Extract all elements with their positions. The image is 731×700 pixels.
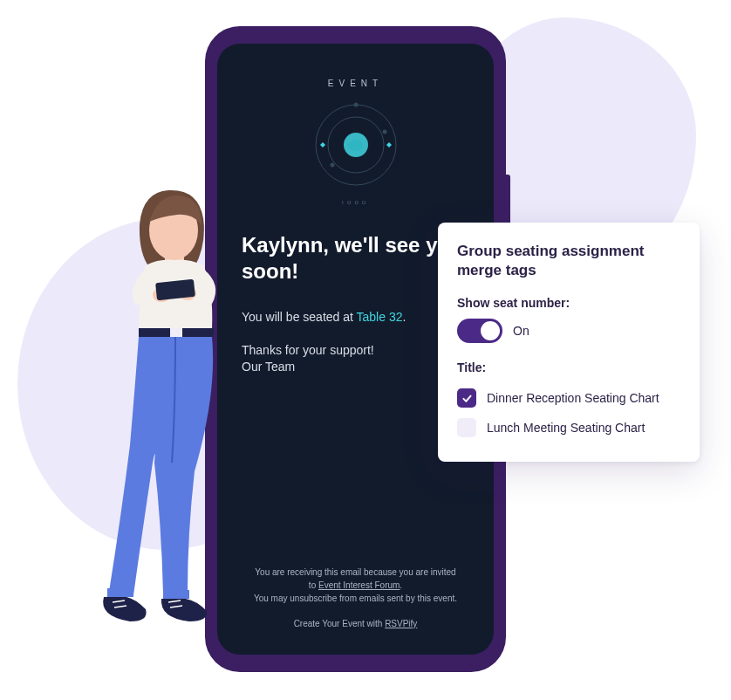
svg-rect-14 xyxy=(170,328,182,337)
svg-rect-16 xyxy=(107,588,133,597)
table-link[interactable]: Table 32 xyxy=(357,310,403,324)
svg-point-4 xyxy=(382,130,386,134)
settings-card: Group seating assignment merge tags Show… xyxy=(438,223,700,462)
checkbox-unchecked-icon xyxy=(457,418,476,437)
option-dinner-label: Dinner Reception Seating Chart xyxy=(487,391,659,405)
title-field-label: Title: xyxy=(457,360,680,374)
svg-point-3 xyxy=(353,103,358,107)
option-dinner[interactable]: Dinner Reception Seating Chart xyxy=(457,383,680,413)
forum-link[interactable]: Event Interest Forum xyxy=(318,580,400,590)
option-lunch[interactable]: Lunch Meeting Seating Chart xyxy=(457,413,680,443)
woman-illustration xyxy=(92,183,284,672)
show-seat-toggle[interactable] xyxy=(457,319,502,343)
show-seat-toggle-row: On xyxy=(457,319,680,343)
option-lunch-label: Lunch Meeting Seating Chart xyxy=(487,421,645,435)
logo-word: EVENT xyxy=(242,79,469,88)
settings-title: Group seating assignment merge tags xyxy=(457,242,680,280)
svg-point-5 xyxy=(330,163,334,168)
orbit-icon xyxy=(308,97,404,193)
seating-suffix: . xyxy=(402,310,406,324)
brand-link[interactable]: RSVPify xyxy=(385,619,417,628)
show-seat-label: Show seat number: xyxy=(457,296,680,310)
svg-marker-7 xyxy=(386,142,392,148)
checkbox-checked-icon xyxy=(457,388,476,408)
toggle-knob xyxy=(481,321,500,340)
svg-rect-15 xyxy=(163,590,189,599)
svg-marker-6 xyxy=(320,142,325,148)
toggle-state-text: On xyxy=(513,324,529,338)
